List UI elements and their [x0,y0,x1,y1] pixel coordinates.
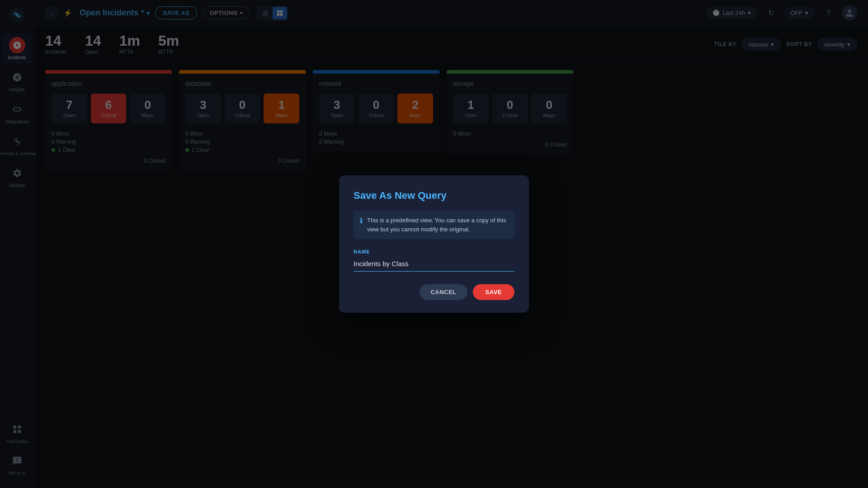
cancel-button[interactable]: CANCEL [420,284,467,300]
modal-name-label: NAME [354,249,514,254]
modal-overlay[interactable]: Save As New Query ℹ This is a predefined… [0,0,868,488]
modal-info-box: ℹ This is a predefined view. You can sav… [354,211,514,239]
info-icon: ℹ [360,216,363,225]
save-as-modal: Save As New Query ℹ This is a predefined… [339,175,529,313]
modal-info-text: This is a predefined view. You can save … [367,216,508,234]
modal-name-input[interactable] [354,258,514,272]
modal-title: Save As New Query [354,190,514,202]
modal-actions: CANCEL SAVE [354,284,514,300]
save-button[interactable]: SAVE [473,284,514,300]
